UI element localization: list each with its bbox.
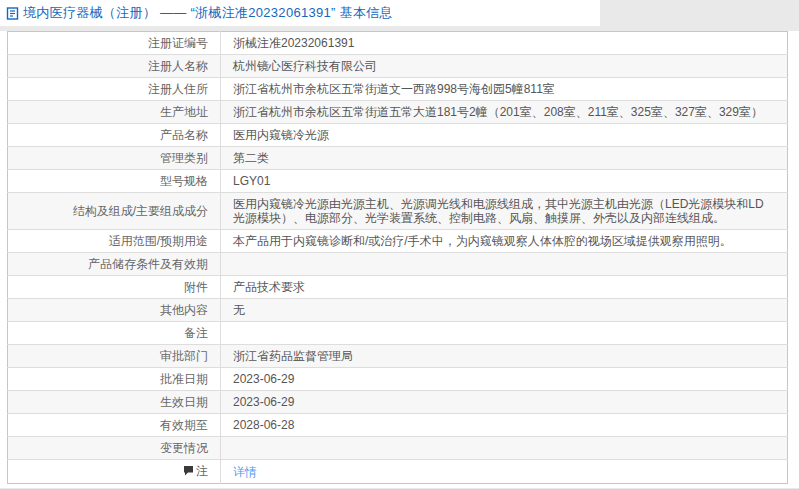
row-label: 注 — [8, 460, 221, 484]
row-label: 结构及组成/主要组成成分 — [8, 193, 221, 230]
row-label: 注册证编号 — [8, 32, 221, 55]
row-label: 注册人名称 — [8, 55, 221, 78]
table-row: 批准日期2023-06-29 — [8, 368, 788, 391]
row-value: 2023-06-29 — [221, 391, 788, 414]
row-label: 其他内容 — [8, 299, 221, 322]
info-table-body: 注册证编号浙械注准20232061391注册人名称杭州镜心医疗科技有限公司注册人… — [8, 32, 788, 484]
table-row: 管理类别第二类 — [8, 147, 788, 170]
content-area: 注册证编号浙械注准20232061391注册人名称杭州镜心医疗科技有限公司注册人… — [0, 31, 799, 484]
row-value: LGY01 — [221, 170, 788, 193]
row-value — [221, 437, 788, 460]
row-value: 浙江省杭州市余杭区五常街道五常大道181号2幢（201室、208室、211室、3… — [221, 101, 788, 124]
page: 境内医疗器械（注册） —— “浙械注准20232061391” 基本信息 注册证… — [0, 0, 799, 489]
table-row: 审批部门浙江省药品监督管理局 — [8, 345, 788, 368]
row-value: 详情 — [221, 460, 788, 484]
details-link[interactable]: 详情 — [233, 465, 257, 479]
row-value — [221, 322, 788, 345]
comment-icon — [183, 465, 194, 479]
info-table: 注册证编号浙械注准20232061391注册人名称杭州镜心医疗科技有限公司注册人… — [7, 31, 788, 484]
row-value: 2023-06-29 — [221, 368, 788, 391]
row-value: 产品技术要求 — [221, 276, 788, 299]
table-row: 结构及组成/主要组成成分医用内窥镜冷光源由光源主机、光源调光线和电源线组成，其中… — [8, 193, 788, 230]
row-label: 附件 — [8, 276, 221, 299]
row-label: 产品名称 — [8, 124, 221, 147]
row-value: 杭州镜心医疗科技有限公司 — [221, 55, 788, 78]
row-label: 有效期至 — [8, 414, 221, 437]
row-label: 注册人住所 — [8, 78, 221, 101]
row-value: 浙江省药品监督管理局 — [221, 345, 788, 368]
row-value: 2028-06-28 — [221, 414, 788, 437]
row-value: 医用内窥镜冷光源 — [221, 124, 788, 147]
row-label: 变更情况 — [8, 437, 221, 460]
row-label: 适用范围/预期用途 — [8, 230, 221, 253]
table-row: 注册人住所浙江省杭州市余杭区五常街道文一西路998号海创园5幢811室 — [8, 78, 788, 101]
row-value: 浙江省杭州市余杭区五常街道文一西路998号海创园5幢811室 — [221, 78, 788, 101]
row-value: 无 — [221, 299, 788, 322]
row-value: 医用内窥镜冷光源由光源主机、光源调光线和电源线组成，其中光源主机由光源（LED光… — [221, 193, 788, 230]
row-label: 备注 — [8, 322, 221, 345]
table-row: 适用范围/预期用途本产品用于内窥镜诊断和/或治疗/手术中，为内窥镜观察人体体腔的… — [8, 230, 788, 253]
table-row: 型号规格LGY01 — [8, 170, 788, 193]
table-row: 生效日期2023-06-29 — [8, 391, 788, 414]
row-value: 本产品用于内窥镜诊断和/或治疗/手术中，为内窥镜观察人体体腔的视场区域提供观察用… — [221, 230, 788, 253]
row-label: 管理类别 — [8, 147, 221, 170]
table-row: 产品名称医用内窥镜冷光源 — [8, 124, 788, 147]
page-title: 境内医疗器械（注册） —— “浙械注准20232061391” 基本信息 — [23, 4, 393, 22]
table-row: 生产地址浙江省杭州市余杭区五常街道五常大道181号2幢（201室、208室、21… — [8, 101, 788, 124]
table-row: 注详情 — [8, 460, 788, 484]
row-value: 浙械注准20232061391 — [221, 32, 788, 55]
row-label: 生效日期 — [8, 391, 221, 414]
table-row: 变更情况 — [8, 437, 788, 460]
title-box: 境内医疗器械（注册） —— “浙械注准20232061391” 基本信息 — [0, 0, 600, 26]
table-row: 注册人名称杭州镜心医疗科技有限公司 — [8, 55, 788, 78]
table-row: 产品储存条件及有效期 — [8, 253, 788, 276]
table-row: 注册证编号浙械注准20232061391 — [8, 32, 788, 55]
table-row: 有效期至2028-06-28 — [8, 414, 788, 437]
row-label: 审批部门 — [8, 345, 221, 368]
top-right-gray-patch — [600, 0, 799, 26]
row-value: 第二类 — [221, 147, 788, 170]
row-label: 批准日期 — [8, 368, 221, 391]
row-value — [221, 253, 788, 276]
row-label: 产品储存条件及有效期 — [8, 253, 221, 276]
document-icon — [6, 7, 19, 20]
title-bar: 境内医疗器械（注册） —— “浙械注准20232061391” 基本信息 — [0, 0, 799, 26]
row-label: 生产地址 — [8, 101, 221, 124]
row-label: 型号规格 — [8, 170, 221, 193]
table-row: 附件产品技术要求 — [8, 276, 788, 299]
table-row: 备注 — [8, 322, 788, 345]
table-row: 其他内容无 — [8, 299, 788, 322]
